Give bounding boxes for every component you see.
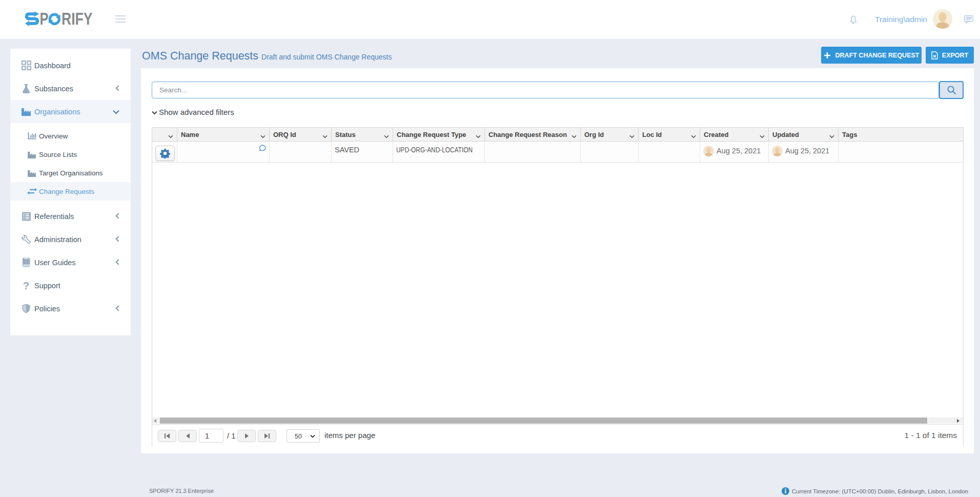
svg-text:P: P <box>40 12 49 28</box>
svg-text:RIFY: RIFY <box>62 12 92 28</box>
